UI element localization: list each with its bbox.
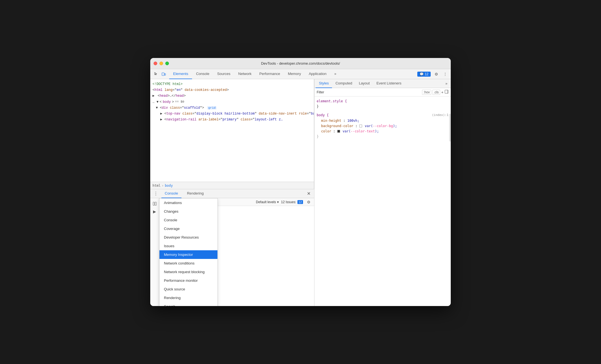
- hov-button[interactable]: :hov: [422, 90, 431, 95]
- svg-rect-0: [162, 73, 164, 76]
- scrollbar-thumb[interactable]: [449, 114, 451, 142]
- tab-more[interactable]: »: [330, 69, 340, 79]
- tab-network[interactable]: Network: [234, 69, 256, 79]
- breadcrumb-body[interactable]: body: [165, 184, 173, 188]
- color-swatch-bg[interactable]: [359, 125, 362, 127]
- drawer-menu: Animations Changes Console Coverage Deve…: [159, 198, 218, 306]
- bottom-tab-rendering[interactable]: Rendering: [184, 189, 207, 198]
- breadcrumb: html › body: [150, 182, 314, 189]
- tab-performance[interactable]: Performance: [255, 69, 284, 79]
- toggle-sidebar-icon[interactable]: [445, 90, 449, 94]
- left-section: <!DOCTYPE html> <html lang="en" data-coo…: [150, 79, 314, 306]
- styles-tabs: Styles Computed Layout Event Listeners »: [314, 79, 451, 88]
- dom-line-html: <html lang="en" data-cookies-accepted>: [151, 87, 313, 93]
- devtools-container: Elements Console Sources Network Perform…: [150, 69, 451, 306]
- console-left-icons: ▶: [150, 198, 159, 306]
- dom-line-div: ▼ <div class="scaffold"> grid: [151, 105, 313, 111]
- console-settings-icon[interactable]: ⚙: [305, 199, 312, 205]
- menu-item-changes[interactable]: Changes: [159, 207, 217, 216]
- add-style-icon[interactable]: +: [441, 90, 444, 94]
- styles-filter-bar: Filter :hov .cls +: [314, 88, 451, 96]
- svg-rect-4: [445, 90, 448, 93]
- main-content: <!DOCTYPE html> <html lang="en" data-coo…: [150, 79, 451, 306]
- dom-line-head: ▶ <head>…</head>: [151, 93, 313, 99]
- maximize-button[interactable]: [165, 62, 169, 65]
- more-options-icon[interactable]: ⋮: [442, 71, 449, 77]
- styles-tab-computed[interactable]: Computed: [332, 79, 355, 88]
- dom-tree[interactable]: <!DOCTYPE html> <html lang="en" data-coo…: [150, 79, 314, 182]
- console-area: ▶ Filter Default levels ▾: [150, 198, 314, 306]
- bottom-toolbar: ⋮ Console Rendering ✕: [150, 189, 314, 198]
- menu-item-console[interactable]: Console: [159, 216, 217, 224]
- menu-item-quick-source[interactable]: Quick source: [159, 285, 217, 293]
- styles-content: element.style { } body { (index):1: [314, 96, 451, 306]
- menu-item-search[interactable]: Search: [159, 302, 217, 306]
- menu-item-developer-resources[interactable]: Developer Resources: [159, 233, 217, 242]
- tab-elements[interactable]: Elements: [169, 69, 192, 79]
- console-expand-icon[interactable]: ▶: [151, 208, 158, 215]
- issues-count: 12 Issues: 12: [281, 200, 303, 204]
- color-swatch-text[interactable]: [337, 130, 340, 133]
- tab-console[interactable]: Console: [192, 69, 213, 79]
- cls-button[interactable]: .cls: [432, 90, 440, 95]
- tab-sources[interactable]: Sources: [213, 69, 234, 79]
- inspect-icon[interactable]: [152, 71, 159, 77]
- menu-item-rendering[interactable]: Rendering: [159, 293, 217, 302]
- device-toolbar-icon[interactable]: [160, 71, 167, 77]
- css-rule-body: body { (index):1 min-height : 100vh; bac…: [317, 113, 449, 139]
- default-levels-dropdown[interactable]: Default levels ▾: [256, 200, 279, 204]
- dom-line-doctype: <!DOCTYPE html>: [151, 81, 313, 87]
- menu-item-network-request-blocking[interactable]: Network request blocking: [159, 268, 217, 276]
- styles-tab-event-listeners[interactable]: Event Listeners: [373, 79, 405, 88]
- tab-application[interactable]: Application: [305, 69, 331, 79]
- close-button[interactable]: [154, 62, 157, 65]
- dom-line-top-nav: ▶ <top-nav class="display-block hairline…: [151, 111, 313, 117]
- dom-tree-panel: <!DOCTYPE html> <html lang="en" data-coo…: [150, 79, 314, 189]
- devtools-window: DevTools - developer.chrome.com/docs/dev…: [150, 58, 451, 306]
- console-content: Filter Default levels ▾ 12 Issues:: [159, 198, 314, 306]
- menu-item-performance-monitor[interactable]: Performance monitor: [159, 276, 217, 285]
- menu-item-network-conditions[interactable]: Network conditions: [159, 259, 217, 268]
- svg-rect-3: [155, 202, 156, 205]
- menu-item-issues[interactable]: Issues: [159, 242, 217, 250]
- window-title: DevTools - developer.chrome.com/docs/dev…: [261, 61, 340, 65]
- settings-icon[interactable]: ⚙: [433, 71, 440, 77]
- styles-filter-controls: :hov .cls +: [422, 90, 449, 95]
- issues-count-badge: 12: [297, 200, 303, 204]
- svg-rect-1: [164, 74, 166, 75]
- bottom-more-icon[interactable]: ⋮: [152, 191, 159, 196]
- close-bottom-panel-button[interactable]: ✕: [305, 190, 312, 197]
- bottom-panel: ⋮ Console Rendering ✕: [150, 189, 314, 306]
- styles-panel: Styles Computed Layout Event Listeners »…: [314, 79, 451, 306]
- styles-tab-layout[interactable]: Layout: [355, 79, 373, 88]
- svg-rect-2: [153, 202, 154, 205]
- bottom-tab-console[interactable]: Console: [161, 189, 181, 198]
- filter-right: Default levels ▾ 12 Issues: 12: [256, 199, 312, 205]
- main-tabs: Elements Console Sources Network Perform…: [169, 69, 340, 79]
- menu-item-coverage[interactable]: Coverage: [159, 224, 217, 233]
- toolbar-right: 💬 12 ⚙ ⋮: [417, 71, 449, 77]
- styles-filter-input[interactable]: Filter: [317, 90, 420, 94]
- tab-memory[interactable]: Memory: [284, 69, 305, 79]
- dom-line-body[interactable]: … ▼ <body> == $0: [151, 99, 313, 105]
- css-rule-element-style: element.style { }: [317, 99, 449, 109]
- issues-badge[interactable]: 💬 12: [417, 72, 431, 77]
- issues-icon-chat: 💬: [420, 72, 424, 76]
- menu-item-animations[interactable]: Animations: [159, 198, 217, 207]
- styles-more-tabs-icon[interactable]: »: [443, 81, 450, 86]
- console-sidebar-icon[interactable]: [151, 200, 158, 207]
- menu-item-memory-inspector[interactable]: Memory Inspector: [159, 250, 217, 259]
- top-toolbar: Elements Console Sources Network Perform…: [150, 69, 451, 79]
- title-bar: DevTools - developer.chrome.com/docs/dev…: [150, 58, 451, 69]
- styles-tab-styles[interactable]: Styles: [316, 79, 332, 88]
- minimize-button[interactable]: [159, 62, 163, 65]
- breadcrumb-html[interactable]: html: [152, 184, 161, 188]
- dom-line-nav-rail: ▶ <navigation-rail aria-label="primary" …: [151, 117, 313, 123]
- traffic-lights: [154, 62, 169, 65]
